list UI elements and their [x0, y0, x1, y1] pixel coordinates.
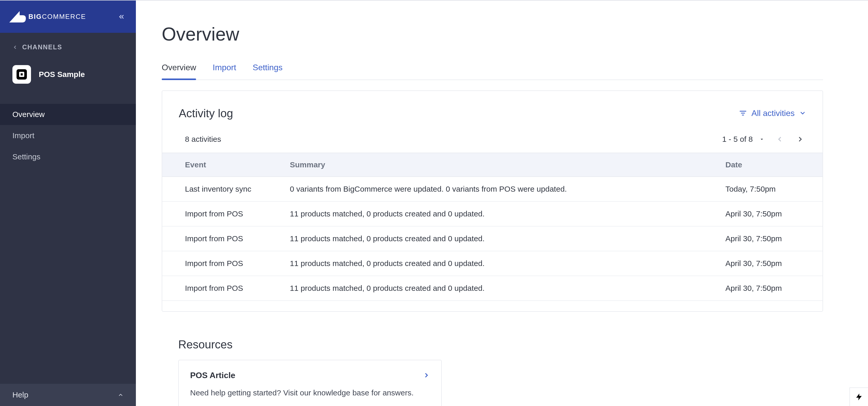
cell-summary: 0 variants from BigCommerce were updated… [284, 177, 719, 201]
sidebar-body: CHANNELS POS Sample Overview Import Sett… [0, 33, 136, 174]
main-content: Overview Overview Import Settings Activi… [136, 1, 868, 406]
cell-event: Import from POS [162, 201, 284, 226]
sidebar-header: BIGCOMMERCE [0, 1, 136, 33]
table-row: Last inventory sync 0 variants from BigC… [162, 177, 823, 201]
cell-summary: 11 products matched, 0 products created … [284, 226, 719, 251]
activity-count: 8 activities [185, 134, 221, 145]
sidebar-nav-settings[interactable]: Settings [0, 146, 136, 167]
activity-log-card: Activity log All activities 8 activities [162, 90, 823, 312]
cell-date: Today, 7:50pm [719, 177, 823, 201]
filter-icon [739, 109, 747, 117]
channel-name: POS Sample [39, 69, 85, 80]
logo-text-bold: BIG [28, 13, 42, 21]
sidebar-footer-help[interactable]: Help [0, 384, 136, 406]
pager-range-select[interactable]: 1 - 5 of 8 [722, 134, 765, 145]
table-header-row: Event Summary Date [162, 153, 823, 177]
tab-import[interactable]: Import [213, 62, 236, 80]
collapse-sidebar-button[interactable] [116, 11, 127, 22]
activity-log-title: Activity log [179, 105, 233, 121]
square-pos-icon [12, 65, 31, 84]
chevron-up-icon [118, 392, 123, 398]
caret-down-icon [759, 136, 765, 142]
pager-next-button[interactable] [795, 133, 806, 145]
activity-filter-button[interactable]: All activities [739, 107, 806, 119]
table-row: Import from POS 11 products matched, 0 p… [162, 201, 823, 226]
svg-rect-2 [21, 73, 23, 75]
chevron-right-icon [423, 372, 430, 379]
sidebar-nav-overview[interactable]: Overview [0, 104, 136, 125]
tab-overview[interactable]: Overview [162, 62, 196, 80]
pager-prev-button[interactable] [774, 133, 785, 145]
chevron-left-icon [12, 45, 18, 50]
cell-date: April 30, 7:50pm [719, 226, 823, 251]
page-title: Overview [162, 21, 823, 47]
resources-section-title: Resources [162, 324, 823, 360]
col-header-event: Event [162, 153, 284, 177]
chevron-left-icon [776, 135, 783, 143]
cell-summary: 11 products matched, 0 products created … [284, 276, 719, 301]
resource-card-title: POS Article [190, 370, 235, 381]
chevron-down-icon [799, 110, 806, 117]
col-header-date: Date [719, 153, 823, 177]
cell-summary: 11 products matched, 0 products created … [284, 251, 719, 276]
sidebar: BIGCOMMERCE CHANNELS [0, 1, 136, 406]
sidebar-nav: Overview Import Settings [0, 104, 136, 167]
channel-item-pos-sample[interactable]: POS Sample [0, 60, 136, 88]
sidebar-nav-import[interactable]: Import [0, 125, 136, 146]
pager-range-label: 1 - 5 of 8 [722, 134, 753, 145]
col-header-summary: Summary [284, 153, 719, 177]
resources-section: Resources POS Article Need help getting … [162, 324, 823, 406]
activity-table: Event Summary Date Last inventory sync 0… [162, 153, 823, 301]
bigcommerce-mark-icon [9, 11, 26, 23]
cell-summary: 11 products matched, 0 products created … [284, 201, 719, 226]
resource-card-pos-article[interactable]: POS Article Need help getting started? V… [178, 360, 442, 406]
lightning-badge[interactable] [849, 387, 868, 406]
table-row: Import from POS 11 products matched, 0 p… [162, 251, 823, 276]
table-row: Import from POS 11 products matched, 0 p… [162, 276, 823, 301]
help-label: Help [12, 389, 28, 400]
table-row: Import from POS 11 products matched, 0 p… [162, 226, 823, 251]
logo-text-light: COMMERCE [42, 13, 86, 21]
cell-event: Import from POS [162, 226, 284, 251]
tabs: Overview Import Settings [162, 62, 823, 80]
bolt-icon [855, 393, 863, 401]
cell-event: Import from POS [162, 251, 284, 276]
activity-filter-label: All activities [751, 107, 795, 119]
cell-date: April 30, 7:50pm [719, 201, 823, 226]
tab-settings[interactable]: Settings [253, 62, 283, 80]
breadcrumb-channels[interactable]: CHANNELS [0, 42, 136, 60]
resource-card-body: Need help getting started? Visit our kno… [190, 387, 430, 398]
cell-event: Last inventory sync [162, 177, 284, 201]
cell-date: April 30, 7:50pm [719, 251, 823, 276]
chevron-right-icon [797, 135, 804, 143]
brand-logo: BIGCOMMERCE [9, 11, 86, 23]
channels-label: CHANNELS [22, 42, 62, 52]
cell-event: Import from POS [162, 276, 284, 301]
pager: 1 - 5 of 8 [722, 133, 806, 145]
chevron-double-left-icon [118, 13, 125, 21]
cell-date: April 30, 7:50pm [719, 276, 823, 301]
